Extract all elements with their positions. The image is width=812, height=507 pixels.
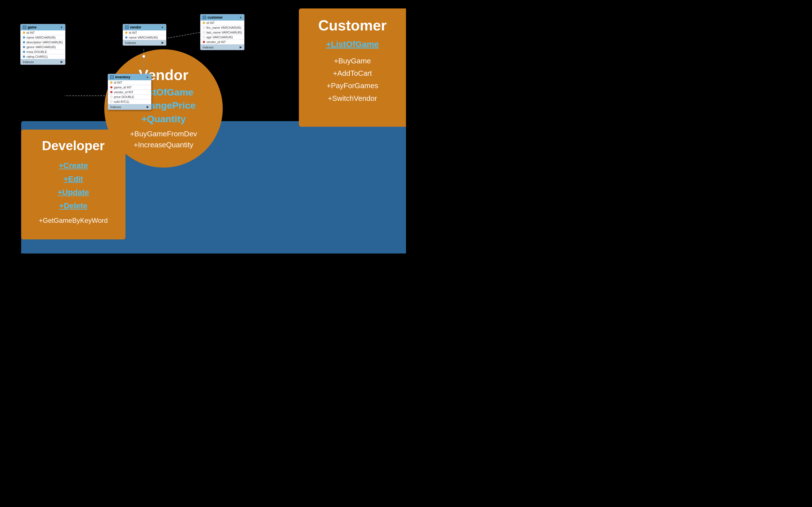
customer-field-firstname: firs_name VARCHAR(45) [200,25,244,30]
inventory-indexes: Indexes ▶ [108,104,151,110]
customer-table: customer ▼ id INT firs_name VARCHAR(45) … [200,14,245,50]
field-icon-white [203,26,205,29]
vendor-dropdown-arrow: ▼ [161,26,164,29]
developer-normal-method: +GetGameByKeyWord [39,217,108,224]
game-table-name: game [23,25,36,29]
customer-highlight-method: +ListOfGame [326,40,379,49]
customer-dropdown-arrow: ▼ [239,16,242,19]
game-field-msrp: msrp DOUBLE [20,50,65,54]
inventory-field-sold: sold INT(1) [108,100,151,104]
customer-table-icon [203,16,206,19]
field-icon-blue [125,36,128,39]
inventory-table-header: inventory ▼ [108,74,151,80]
vendor-field-id: id INT [123,31,166,35]
inventory-table-name: inventory [110,75,130,79]
field-icon-blue [23,55,25,58]
key-icon [23,32,25,34]
game-table: game ▼ id INT name VARCHAR(45) descripti… [20,24,65,65]
customer-field-vendorid: vendor_id INT [200,40,244,45]
customer-field-age: age VARCHAR(45) [200,35,244,40]
inventory-indexes-arrow: ▶ [147,105,149,109]
customer-table-header: customer ▼ [200,14,244,20]
inventory-dropdown-arrow: ▼ [146,76,149,79]
game-field-genre: genre VARCHAR(45) [20,45,65,50]
game-field-id: id INT [20,31,65,35]
vendor-normal-methods: +BuyGameFromDev+IncreaseQuantity [130,128,197,151]
field-icon-red [203,41,205,43]
game-indexes-arrow: ▶ [61,60,63,64]
game-indexes: Indexes ▶ [20,59,65,64]
field-icon-white [110,96,112,98]
customer-table-name: customer [203,15,223,19]
inventory-field-id: id INT [108,80,151,85]
customer-field-lastname: last_name VARCHAR(45) [200,30,244,35]
key-icon [203,22,205,24]
inventory-field-vendorid: vendor_id INT [108,90,151,95]
vendor-table: vendor ▼ id INT name VARCHAR(45) Indexes… [123,24,166,46]
game-field-description: description VARCHAR(45) [20,40,65,45]
field-icon-red [110,91,112,93]
game-table-header: game ▼ [20,24,65,31]
customer-field-id: id INT [200,20,244,25]
field-icon-blue [23,46,25,48]
field-icon-white [110,101,112,103]
developer-highlight-methods: +Create+Edit+Update+Delete [57,159,89,212]
developer-title: Developer [42,138,105,153]
field-icon-red [110,86,112,89]
key-icon [110,81,112,83]
vendor-table-name: vendor [125,25,141,29]
customer-indexes-arrow: ▶ [240,45,242,49]
key-icon [125,32,128,34]
field-icon-blue [23,51,25,53]
vendor-indexes: Indexes ▶ [123,40,166,45]
vendor-indexes-arrow: ▶ [161,41,164,45]
svg-line-0 [168,33,200,38]
field-icon-blue [23,36,25,39]
vendor-field-name: name VARCHAR(45) [123,35,166,40]
game-dropdown-arrow: ▼ [60,26,63,29]
game-table-icon [23,25,26,29]
field-icon-white [203,36,205,38]
customer-box: Customer +ListOfGame +BuyGame+AddToCart+… [299,8,406,127]
developer-box: Developer +Create+Edit+Update+Delete +Ge… [21,129,125,239]
customer-indexes: Indexes ▶ [200,45,244,50]
customer-methods: +BuyGame+AddToCart+PayForGames+SwitchVen… [327,55,378,105]
game-field-rating: rating CHAR(1) [20,54,65,59]
customer-title: Customer [318,17,387,34]
vendor-table-header: vendor ▼ [123,24,166,31]
field-icon-white [203,31,205,34]
inventory-field-price: price DOUBLE [108,95,151,100]
inventory-field-gameid: game_id INT [108,85,151,90]
field-icon-blue [23,41,25,43]
vendor-table-icon [125,25,129,29]
game-field-name: name VARCHAR(45) [20,35,65,40]
inventory-table: inventory ▼ id INT game_id INT vendor_id… [108,74,151,110]
inventory-table-icon [110,75,114,79]
